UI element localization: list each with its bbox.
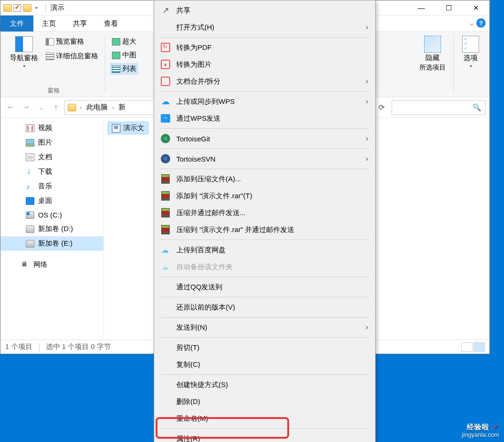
separator: [160, 128, 369, 129]
ctx-cut[interactable]: 剪切(T): [156, 339, 374, 356]
image-icon: [159, 59, 172, 70]
details-pane-button[interactable]: 详细信息窗格: [44, 50, 100, 62]
chevron-right-icon: ›: [366, 23, 368, 31]
ctx-rar-named[interactable]: 添加到 "演示文件.rar"(T): [156, 187, 374, 204]
search-input[interactable]: 🔍: [392, 100, 486, 115]
preview-pane-button[interactable]: 预览窗格: [44, 36, 100, 47]
ctx-to-image[interactable]: 转换为图片: [156, 56, 374, 73]
ctx-rar-named-mail[interactable]: 压缩到 "演示文件.rar" 并通过邮件发送: [156, 221, 374, 238]
thumb-icon: [112, 38, 120, 46]
options-button[interactable]: 选项 ▾: [458, 34, 483, 70]
ctx-open-with[interactable]: 打开方式(H)›: [156, 19, 374, 36]
maximize-button[interactable]: ☐: [435, 0, 462, 16]
ctx-rename[interactable]: 重命名(M): [156, 410, 374, 427]
context-menu: ↗共享 打开方式(H)› 转换为PDF 转换为图片 文档合并/拆分› ☁上传或同…: [154, 0, 376, 442]
ctx-send-to[interactable]: 发送到(N)›: [156, 319, 374, 336]
list-view-button[interactable]: 列表: [110, 63, 138, 75]
separator: [160, 277, 369, 277]
tree-drive-e[interactable]: 新加卷 (E:): [0, 236, 103, 251]
document-icon: [26, 154, 34, 161]
preview-icon: [46, 38, 54, 46]
ctx-to-pdf[interactable]: 转换为PDF: [156, 39, 374, 56]
chevron-right-icon: ›: [366, 77, 368, 85]
file-item[interactable]: 演示文: [108, 122, 149, 134]
tree-desktop[interactable]: 桌面: [0, 194, 103, 208]
ctx-create-shortcut[interactable]: 创建快捷方式(S): [156, 376, 374, 393]
huge-icons-button[interactable]: 超大: [110, 36, 138, 47]
crumb-folder[interactable]: 新: [118, 103, 126, 112]
hide-selected-button[interactable]: 隐藏 所选项目: [417, 34, 449, 74]
separator: [160, 374, 369, 375]
separator: [160, 337, 369, 338]
tree-downloads[interactable]: 下载: [0, 164, 103, 179]
ctx-delete[interactable]: 删除(D): [156, 393, 374, 410]
up-button[interactable]: ↑: [49, 101, 63, 114]
tree-music[interactable]: 音乐: [0, 179, 103, 194]
thumb-view-button[interactable]: [473, 342, 485, 352]
desktop-icon: [26, 197, 34, 205]
separator: [453, 36, 454, 93]
qat-dropdown-icon[interactable]: ▾: [33, 5, 39, 10]
recent-button[interactable]: ⌵: [34, 101, 47, 114]
tree-drive-c[interactable]: OS (C:): [0, 208, 103, 222]
ctx-baidu-upload[interactable]: 上传到百度网盘: [156, 241, 374, 258]
view-tab[interactable]: 查看: [95, 16, 126, 31]
ctx-properties[interactable]: 属性(R): [156, 430, 374, 442]
collapse-ribbon-icon[interactable]: ⌵: [470, 19, 473, 27]
share-tab[interactable]: 共享: [64, 16, 95, 31]
tree-documents[interactable]: 文档: [0, 150, 103, 164]
separator: [160, 240, 369, 240]
tree-network[interactable]: 网络: [0, 257, 103, 272]
qat-check-icon[interactable]: [14, 4, 21, 12]
network-icon: [21, 261, 30, 269]
separator: [39, 343, 39, 351]
ctx-wps-sync[interactable]: ☁上传或同步到WPS›: [156, 93, 374, 110]
home-tab[interactable]: 主页: [33, 16, 64, 31]
ctx-rar-add[interactable]: 添加到压缩文件(A)...: [156, 171, 374, 187]
chevron-icon[interactable]: ›: [78, 105, 84, 110]
details-view-button[interactable]: [461, 342, 472, 352]
pdf-icon: [159, 42, 172, 53]
separator: [160, 37, 369, 38]
list-icon: [112, 65, 120, 73]
close-button[interactable]: ✕: [462, 0, 489, 16]
ctx-restore-versions[interactable]: 还原以前的版本(V): [156, 299, 374, 316]
quick-access-toolbar: ▾: [0, 4, 42, 12]
ctx-share[interactable]: ↗共享: [156, 2, 374, 19]
tree-video[interactable]: 视频: [0, 121, 103, 135]
nav-tree[interactable]: 视频 图片 文档 下载 音乐 桌面 OS (C:) 新加卷 (D:) 新加卷 (…: [0, 118, 104, 340]
ctx-tortoisegit[interactable]: TortoiseGit›: [156, 130, 374, 147]
forward-button[interactable]: →: [19, 101, 32, 114]
separator: [160, 428, 369, 429]
tree-drive-d[interactable]: 新加卷 (D:): [0, 222, 103, 236]
separator: [160, 297, 369, 297]
details-icon: [46, 53, 54, 60]
thumb-icon: [112, 52, 120, 59]
ctx-tortoisesvn[interactable]: TortoiseSVN›: [156, 150, 374, 167]
ctx-wps-send[interactable]: 通过WPS发送: [156, 110, 374, 127]
nav-pane-label: 导航窗格: [10, 54, 38, 62]
crumb-pc[interactable]: 此电脑: [86, 103, 109, 112]
medium-icons-button[interactable]: 中图: [110, 49, 138, 61]
help-button[interactable]: ?: [476, 18, 486, 28]
ctx-rar-mail[interactable]: 压缩并通过邮件发送...: [156, 204, 374, 221]
ctx-merge-split[interactable]: 文档合并/拆分›: [156, 73, 374, 90]
tree-pictures[interactable]: 图片: [0, 135, 103, 150]
ctx-qq-send[interactable]: 通过QQ发送到: [156, 279, 374, 295]
item-count: 1 个项目: [5, 342, 32, 351]
file-tab[interactable]: 文件: [0, 16, 33, 31]
folder-icon[interactable]: [3, 4, 12, 12]
nav-pane-button[interactable]: 导航窗格 ▾: [7, 34, 41, 70]
chevron-icon[interactable]: ›: [110, 105, 116, 110]
chevron-right-icon: ›: [366, 134, 368, 143]
download-icon: [26, 168, 34, 176]
cloud-icon: ☁: [159, 96, 172, 107]
back-button[interactable]: ←: [4, 101, 17, 114]
options-icon: [462, 36, 479, 53]
drive-icon: [26, 240, 34, 248]
baidu-icon: [159, 262, 172, 272]
folder-icon[interactable]: [23, 4, 32, 12]
minimize-button[interactable]: —: [408, 0, 435, 16]
ctx-copy[interactable]: 复制(C): [156, 356, 374, 373]
chevron-right-icon: ›: [366, 155, 368, 163]
